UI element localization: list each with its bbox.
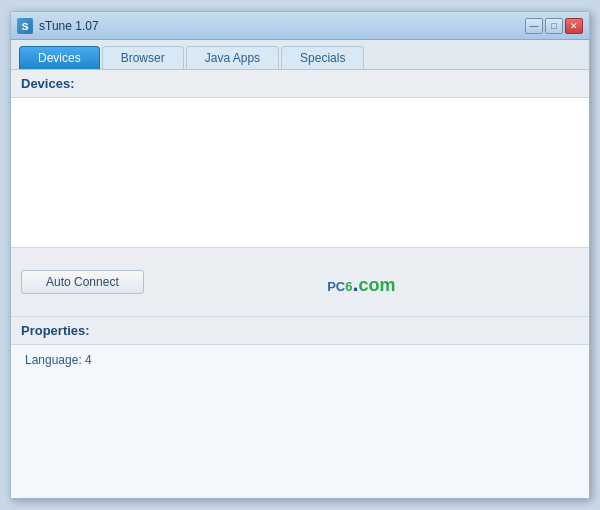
properties-section-header: Properties: <box>11 317 589 345</box>
title-bar: s sTune 1.07 — □ ✕ <box>11 12 589 40</box>
window-title: sTune 1.07 <box>39 19 99 33</box>
auto-connect-button[interactable]: Auto Connect <box>21 270 144 294</box>
properties-content: Language: 4 <box>11 345 589 428</box>
auto-connect-area: Auto Connect PC6.com <box>11 248 589 317</box>
main-window: s sTune 1.07 — □ ✕ Devices Browser Java … <box>10 11 590 499</box>
tab-browser[interactable]: Browser <box>102 46 184 69</box>
close-button[interactable]: ✕ <box>565 18 583 34</box>
tab-devices[interactable]: Devices <box>19 46 100 69</box>
devices-label: Devices: <box>21 76 74 91</box>
minimize-button[interactable]: — <box>525 18 543 34</box>
tab-specials[interactable]: Specials <box>281 46 364 69</box>
property-language: Language: 4 <box>25 351 575 369</box>
app-icon: s <box>17 18 33 34</box>
maximize-button[interactable]: □ <box>545 18 563 34</box>
window-content: Devices Browser Java Apps Specials Devic… <box>11 40 589 498</box>
bottom-fill <box>11 428 589 499</box>
watermark-pc: PC <box>327 279 345 294</box>
tab-java-apps[interactable]: Java Apps <box>186 46 279 69</box>
title-buttons: — □ ✕ <box>525 18 583 34</box>
watermark: PC6.com <box>144 256 579 308</box>
watermark-com: com <box>359 275 396 295</box>
main-area: Devices: Auto Connect PC6.com Properties… <box>11 70 589 498</box>
title-bar-left: s sTune 1.07 <box>17 18 99 34</box>
devices-list <box>11 98 589 248</box>
tab-bar: Devices Browser Java Apps Specials <box>11 40 589 70</box>
watermark-text: PC6.com <box>327 266 395 298</box>
app-icon-letter: s <box>21 18 28 33</box>
properties-label: Properties: <box>21 323 90 338</box>
devices-section-header: Devices: <box>11 70 589 98</box>
